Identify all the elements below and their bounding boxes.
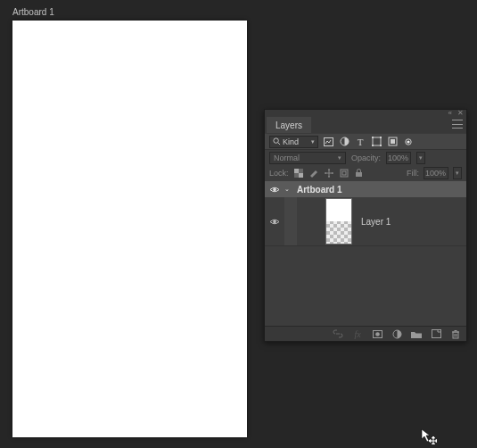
move-cursor-icon [421, 428, 437, 444]
adjustment-layer-icon[interactable] [391, 328, 402, 339]
svg-rect-10 [391, 139, 395, 144]
layer-name: Layer 1 [361, 217, 391, 227]
svg-rect-4 [373, 137, 381, 145]
artboard-name: Artboard 1 [297, 185, 342, 195]
eye-icon [269, 218, 280, 226]
svg-rect-16 [294, 173, 299, 178]
visibility-toggle[interactable] [268, 186, 281, 194]
lock-position-icon[interactable] [324, 168, 334, 178]
svg-line-1 [278, 143, 280, 145]
svg-marker-21 [325, 172, 326, 174]
filter-adjustment-icon[interactable] [338, 136, 350, 148]
layer-thumbnail[interactable] [325, 198, 352, 245]
lock-all-icon[interactable] [354, 168, 365, 178]
svg-rect-6 [380, 137, 382, 138]
lock-row: Lock: Fill: 100% ▾ [265, 165, 466, 181]
panel-titlebar[interactable]: « ✕ [265, 110, 466, 117]
fill-chevron[interactable]: ▾ [453, 167, 462, 179]
blend-mode-select[interactable]: Normal ▾ [269, 152, 346, 164]
disclosure-toggle[interactable]: ⌄ [284, 186, 293, 193]
svg-point-12 [407, 140, 409, 143]
layer-row[interactable]: Layer 1 [265, 197, 466, 246]
chevron-down-icon: ▾ [338, 154, 341, 162]
layer-mask-icon[interactable] [372, 328, 382, 339]
svg-rect-5 [372, 137, 374, 138]
svg-rect-24 [342, 171, 346, 175]
collapse-icon[interactable]: « [448, 110, 452, 117]
filter-type-icon[interactable]: T [354, 136, 366, 148]
blend-mode-value: Normal [274, 153, 300, 162]
svg-marker-40 [432, 444, 435, 444]
artboard-canvas[interactable] [12, 21, 247, 437]
layers-footer: fx [265, 326, 466, 341]
opacity-label: Opacity: [351, 153, 381, 162]
delete-layer-icon[interactable] [450, 328, 461, 339]
panel-tabbar: Layers [265, 117, 466, 133]
svg-rect-8 [380, 145, 382, 146]
nesting-gutter [284, 197, 297, 245]
svg-rect-25 [356, 172, 362, 177]
opacity-chevron[interactable]: ▾ [416, 152, 425, 164]
opacity-field[interactable]: 100% [386, 152, 411, 164]
panel-menu-icon[interactable] [452, 120, 463, 129]
svg-point-0 [274, 138, 278, 143]
svg-point-29 [375, 332, 380, 336]
artboard-row[interactable]: ⌄ Artboard 1 [265, 181, 466, 197]
link-layers-icon[interactable] [333, 328, 343, 339]
svg-marker-20 [328, 176, 330, 178]
layer-tree: ⌄ Artboard 1 Layer 1 [265, 181, 466, 326]
svg-marker-41 [429, 440, 431, 443]
lock-transparency-icon[interactable] [293, 168, 304, 178]
layers-panel: « ✕ Layers Kind ▾ T Norma [264, 109, 467, 342]
fill-label: Fill: [407, 169, 419, 178]
svg-point-27 [273, 220, 276, 223]
artboard-label: Artboard 1 [12, 7, 54, 17]
svg-marker-19 [328, 169, 330, 170]
filter-shape-icon[interactable] [370, 136, 382, 148]
new-layer-icon[interactable] [431, 328, 441, 339]
svg-rect-13 [294, 169, 299, 173]
svg-rect-15 [299, 169, 303, 173]
svg-rect-7 [372, 145, 374, 146]
group-icon[interactable] [411, 328, 422, 339]
chevron-down-icon: ▾ [311, 138, 315, 145]
filter-smartobject-icon[interactable] [386, 136, 399, 148]
lock-artboard-icon[interactable] [339, 168, 350, 178]
visibility-toggle[interactable] [268, 218, 281, 226]
svg-rect-23 [341, 170, 348, 177]
filter-pixel-icon[interactable] [322, 136, 334, 148]
filter-kind-select[interactable]: Kind ▾ [269, 136, 318, 148]
svg-rect-14 [299, 173, 303, 178]
close-icon[interactable]: ✕ [457, 110, 464, 117]
filter-row: Kind ▾ T [265, 133, 466, 149]
svg-point-26 [273, 187, 276, 191]
layers-tab[interactable]: Layers [267, 117, 311, 133]
lock-label: Lock: [269, 169, 289, 178]
svg-marker-22 [332, 172, 333, 174]
lock-pixels-icon[interactable] [308, 168, 319, 178]
svg-rect-32 [453, 332, 458, 338]
blend-row: Normal ▾ Opacity: 100% ▾ [265, 149, 466, 165]
filter-kind-label: Kind [283, 137, 299, 146]
layer-style-icon[interactable]: fx [352, 328, 363, 339]
fill-field[interactable]: 100% [424, 167, 448, 179]
filter-toggle-icon[interactable] [402, 136, 415, 148]
search-icon [273, 137, 281, 145]
svg-marker-39 [432, 436, 435, 438]
svg-marker-42 [436, 440, 437, 443]
eye-icon [269, 186, 280, 194]
svg-rect-31 [432, 330, 440, 338]
